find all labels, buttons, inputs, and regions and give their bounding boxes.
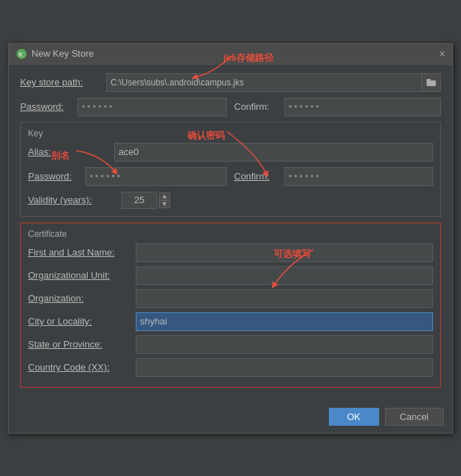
top-password-input[interactable]: [78, 98, 227, 116]
cert-row-5: Country Code (XX):: [28, 358, 433, 377]
top-confirm-label: Confirm:: [234, 101, 284, 112]
key-section-title: Key: [28, 129, 433, 139]
cert-row-3: City or Locality:: [28, 312, 433, 331]
dialog-icon: K: [16, 48, 27, 60]
country-code-input[interactable]: [136, 358, 433, 377]
validity-label: Validity (years):: [28, 195, 121, 205]
title-bar: K New Key Store ×: [9, 44, 452, 65]
first-last-name-label: First and Last Name:: [28, 247, 136, 258]
svg-rect-2: [427, 80, 436, 86]
spinner-buttons: ▲ ▼: [159, 192, 170, 208]
spinner-up-button[interactable]: ▲: [159, 192, 170, 200]
alias-row: Alias:: [28, 143, 433, 162]
top-password-label: Password:: [20, 101, 78, 112]
cert-section-title: Certificate: [28, 229, 433, 239]
city-locality-label: City or Locality:: [28, 316, 136, 327]
key-confirm-label: Confirm:: [234, 171, 284, 182]
validity-row: Validity (years): ▲ ▼: [28, 192, 433, 209]
cert-row-0: First and Last Name:: [28, 243, 433, 262]
browse-button[interactable]: [422, 73, 441, 92]
validity-input[interactable]: [121, 192, 157, 209]
folder-icon: [427, 78, 437, 87]
key-section: Key Alias: Password: Confirm:: [20, 122, 441, 217]
ok-button[interactable]: OK: [329, 408, 379, 426]
keystore-path-row: Key store path:: [20, 73, 441, 92]
cert-row-1: Organizational Unit:: [28, 266, 433, 285]
key-password-label: Password:: [28, 171, 85, 182]
dialog-title: New Key Store: [32, 48, 94, 59]
keystore-path-input[interactable]: [106, 73, 422, 92]
key-password-input[interactable]: [85, 167, 227, 186]
close-button[interactable]: ×: [439, 49, 445, 59]
svg-text:K: K: [19, 51, 23, 58]
org-label: Organization:: [28, 293, 136, 304]
state-province-label: State or Province:: [28, 339, 136, 350]
state-province-input[interactable]: [136, 335, 433, 354]
org-unit-label: Organizational Unit:: [28, 270, 136, 281]
alias-input[interactable]: [114, 143, 433, 162]
cert-row-4: State or Province:: [28, 335, 433, 354]
org-unit-input[interactable]: [136, 266, 433, 285]
alias-label: Alias:: [28, 146, 114, 157]
certificate-section: Certificate First and Last Name: Organiz…: [20, 223, 441, 388]
cert-row-2: Organization:: [28, 289, 433, 308]
country-code-label: Country Code (XX):: [28, 362, 136, 373]
first-last-name-input[interactable]: [136, 243, 433, 262]
key-password-row: Password: Confirm:: [28, 167, 433, 186]
spinner-down-button[interactable]: ▼: [159, 200, 170, 208]
key-confirm-input[interactable]: [284, 167, 433, 186]
top-confirm-input[interactable]: [284, 98, 441, 116]
keystore-label: Key store path:: [20, 77, 106, 88]
bottom-bar: OK Cancel: [9, 403, 452, 433]
dialog-body: Key store path: Password: Confirm:: [9, 65, 452, 403]
city-locality-input[interactable]: [136, 312, 433, 331]
cancel-button[interactable]: Cancel: [385, 408, 444, 426]
svg-rect-3: [427, 79, 431, 81]
top-password-row: Password: Confirm:: [20, 98, 441, 116]
org-input[interactable]: [136, 289, 433, 308]
